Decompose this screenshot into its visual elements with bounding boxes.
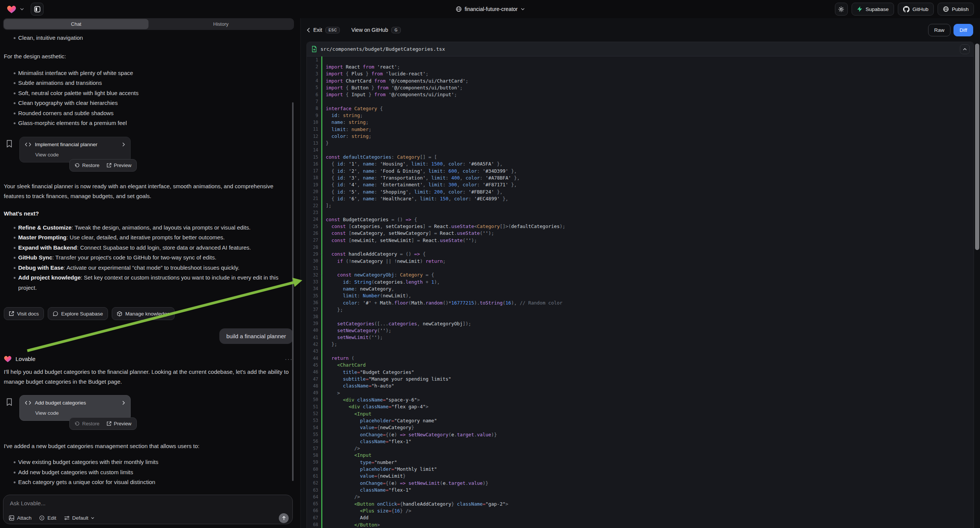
code-text: ];	[322, 203, 331, 208]
line-number: 66	[307, 508, 318, 513]
preview-button[interactable]: Preview	[107, 162, 132, 168]
code-line: 5import { Button } from '@/components/ui…	[307, 84, 974, 91]
external-link-icon	[107, 421, 111, 426]
code-text: { id: '6', name: 'Healthcare', limit: 15…	[322, 196, 508, 202]
code-text: <div className="space-y-6">	[322, 397, 420, 402]
code-text: Add	[322, 515, 369, 520]
fold-chevron-icon[interactable]: ⌄	[320, 252, 322, 255]
mode-selector[interactable]: Default	[64, 515, 95, 521]
sliders-icon	[64, 515, 70, 520]
restore-button[interactable]: Restore	[75, 421, 100, 426]
explore-supabase-button[interactable]: Explore Supabase	[48, 307, 108, 320]
fold-chevron-icon[interactable]: ⌄	[320, 217, 322, 220]
supabase-button[interactable]: Supabase	[851, 3, 894, 16]
visit-docs-button[interactable]: Visit docs	[4, 307, 44, 320]
raw-toggle-button[interactable]: Raw	[928, 24, 950, 37]
manage-knowledge-button[interactable]: Manage knowledge	[112, 307, 175, 320]
settings-gear-button[interactable]	[835, 3, 848, 16]
code-text: className="flex-1"	[322, 487, 411, 493]
code-text: </Button>	[322, 522, 380, 528]
code-text: limit: Number(newLimit),	[322, 293, 411, 299]
line-number: 50	[307, 397, 318, 402]
exit-button[interactable]: Exit ESC	[307, 27, 340, 33]
code-text: { id: '1', name: 'Housing', limit: 1500,…	[322, 161, 503, 167]
line-number: 51	[307, 404, 318, 409]
list-item: View existing budget categories with the…	[4, 457, 293, 468]
code-text: import { Input } from '@/components/ui/i…	[322, 92, 457, 97]
code-text: setNewLimit('');	[322, 334, 383, 340]
list-item: Clean, intuitive navigation	[4, 33, 293, 43]
version-card-body[interactable]: Implement financial planner View code	[19, 137, 131, 162]
code-line: 20 { id: '5', name: 'Shopping', limit: 2…	[307, 188, 974, 195]
project-name: financial-future-creator	[465, 6, 517, 12]
code-text: const [newLimit, setNewLimit] = React.us…	[322, 237, 477, 243]
more-options-icon[interactable]: ···	[285, 356, 293, 362]
line-number: 64	[307, 494, 318, 499]
project-chevron-down-icon	[521, 8, 525, 11]
fold-chevron-icon[interactable]: ⌄	[320, 273, 322, 276]
github-button[interactable]: GitHub	[898, 3, 934, 16]
line-number: 22	[307, 203, 318, 208]
code-line: 28	[307, 243, 974, 250]
assistant-header: Lovable ···	[4, 355, 293, 363]
code-line: 63 className="flex-1"	[307, 486, 974, 493]
file-header[interactable]: src/components/budget/BudgetCategories.t…	[307, 42, 974, 56]
chat-scrollbar[interactable]	[292, 102, 294, 481]
chat-composer[interactable]: Ask Lovable... Attach Edit Default	[3, 495, 293, 524]
window-scrollbar[interactable]	[975, 44, 979, 250]
code-text: color: '#' + Math.floor(Math.random()*16…	[322, 300, 563, 306]
code-text: placeholder="Category name"	[322, 418, 437, 423]
code-line: 32⌄ const newCategoryObj: Category = {	[307, 272, 974, 278]
code-line: 67 Add	[307, 514, 974, 521]
view-on-github-button[interactable]: View on GitHub G	[351, 27, 401, 33]
line-number: 14	[307, 147, 318, 153]
version-card-body[interactable]: Add budget categories View code	[19, 395, 131, 421]
workspace-chevron-down-icon[interactable]	[20, 8, 24, 11]
lovable-heart-icon[interactable]	[7, 5, 16, 14]
external-link-icon	[107, 163, 111, 168]
view-code-link[interactable]: View code	[35, 152, 125, 157]
code-line: 39 setCategories([...categories, newCate…	[307, 320, 974, 327]
code-line: 42 };	[307, 341, 974, 348]
code-line: 10 name: string;	[307, 119, 974, 126]
attach-button[interactable]: Attach	[9, 515, 32, 521]
fold-chevron-icon[interactable]: ⌄	[320, 106, 322, 110]
restore-label: Restore	[82, 162, 100, 168]
preview-button[interactable]: Preview	[107, 421, 132, 426]
code-text: import { Plus } from 'lucide-react';	[322, 71, 428, 76]
line-number: 20	[307, 189, 318, 194]
line-number: 13	[307, 140, 318, 146]
publish-button[interactable]: Publish	[937, 3, 974, 16]
code-line: 55 onChange={(e) => setNewCategory(e.tar…	[307, 431, 974, 438]
project-switcher[interactable]: financial-future-creator	[455, 0, 524, 18]
design-bullets: Minimalist interface with plenty of whit…	[4, 68, 293, 129]
fold-chevron-icon[interactable]: ⌄	[320, 155, 322, 158]
line-number: 45	[307, 363, 318, 368]
chevron-down-icon	[91, 517, 94, 519]
panel-toggle-button[interactable]	[31, 3, 44, 16]
code-line: 45 <ChartCard	[307, 362, 974, 369]
code-line: 60 placeholder="Monthly limit"	[307, 466, 974, 472]
send-button[interactable]	[279, 513, 289, 523]
edit-mode-button[interactable]: Edit	[39, 515, 56, 521]
line-number: 48	[307, 383, 318, 389]
code-line: 22];	[307, 202, 974, 209]
line-number: 68	[307, 522, 318, 527]
tab-chat[interactable]: Chat	[4, 19, 148, 29]
assistant-name: Lovable	[16, 356, 36, 362]
view-code-link[interactable]: View code	[35, 410, 125, 416]
bookmark-icon[interactable]	[6, 140, 13, 148]
collapse-file-button[interactable]	[960, 44, 970, 54]
tab-history[interactable]: History	[148, 19, 293, 29]
code-line: 23	[307, 209, 974, 216]
code-line: 16 { id: '1', name: 'Housing', limit: 15…	[307, 161, 974, 167]
code-text	[322, 313, 329, 319]
code-line: 21 { id: '6', name: 'Healthcare', limit:…	[307, 195, 974, 202]
diff-toggle-button[interactable]: Diff	[953, 24, 973, 37]
restore-button[interactable]: Restore	[75, 162, 100, 168]
code-panel-header: Exit ESC View on GitHub G Raw Diff	[301, 18, 980, 42]
line-number: 16	[307, 161, 318, 167]
line-number: 39	[307, 321, 318, 326]
line-number: 11	[307, 127, 318, 132]
bookmark-icon[interactable]	[6, 398, 13, 406]
